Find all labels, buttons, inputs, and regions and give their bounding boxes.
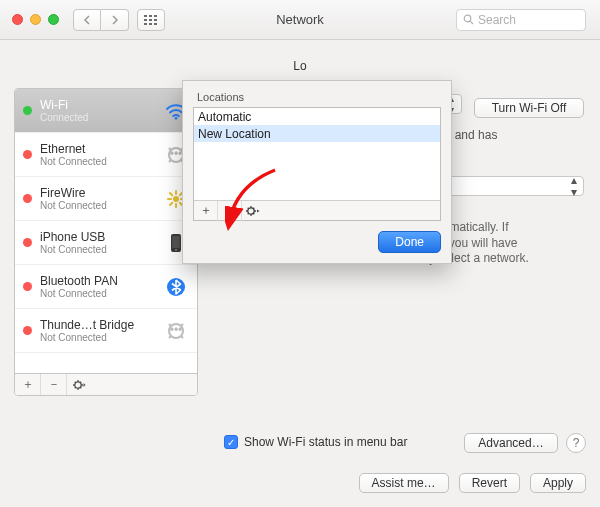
sidebar-footer: ＋ － — [15, 373, 197, 395]
svg-line-52 — [253, 213, 254, 214]
remove-service-button[interactable]: － — [41, 374, 67, 396]
locations-sheet: Locations AutomaticNew Location ＋ － Done — [182, 80, 452, 264]
search-placeholder: Search — [478, 13, 516, 27]
title-bar: Network Search — [0, 0, 600, 40]
add-service-button[interactable]: ＋ — [15, 374, 41, 396]
svg-rect-5 — [154, 19, 157, 21]
turn-wifi-off-button[interactable]: Turn Wi-Fi Off — [474, 98, 584, 118]
svg-point-18 — [173, 196, 179, 202]
svg-rect-1 — [149, 15, 152, 17]
svg-point-29 — [175, 249, 177, 251]
service-status: Not Connected — [40, 244, 155, 255]
svg-line-54 — [248, 213, 249, 214]
window-controls — [0, 14, 59, 25]
add-location-button[interactable]: ＋ — [194, 201, 218, 221]
back-button[interactable] — [73, 9, 101, 31]
search-icon — [463, 14, 474, 25]
service-status: Not Connected — [40, 200, 155, 211]
preference-pane: Lo ▴▾ Wi-FiConnectedEthernetNot Connecte… — [0, 40, 600, 507]
assist-button[interactable]: Assist me… — [359, 473, 449, 493]
svg-rect-2 — [154, 15, 157, 17]
svg-rect-6 — [144, 23, 147, 25]
help-button[interactable]: ? — [566, 433, 586, 453]
revert-button[interactable]: Revert — [459, 473, 520, 493]
show-status-checkbox[interactable]: ✓ — [224, 435, 238, 449]
close-window-button[interactable] — [12, 14, 23, 25]
sidebar-item[interactable]: Bluetooth PANNot Connected — [15, 265, 197, 309]
locations-listbox: AutomaticNew Location ＋ － — [193, 107, 441, 221]
advanced-button[interactable]: Advanced… — [464, 433, 558, 453]
search-field[interactable]: Search — [456, 9, 586, 31]
svg-line-42 — [75, 381, 76, 382]
service-name: iPhone USB — [40, 230, 155, 244]
locations-header: Locations — [193, 89, 441, 105]
service-actions-button[interactable] — [67, 374, 93, 396]
svg-rect-8 — [154, 23, 157, 25]
svg-point-9 — [464, 15, 471, 22]
svg-point-11 — [175, 116, 178, 119]
status-dot — [23, 150, 32, 159]
service-name: Ethernet — [40, 142, 155, 156]
sidebar-item[interactable]: iPhone USBNot Connected — [15, 221, 197, 265]
svg-line-53 — [253, 207, 254, 208]
zoom-window-button[interactable] — [48, 14, 59, 25]
bluetooth-icon — [163, 277, 189, 297]
svg-line-45 — [75, 387, 76, 388]
service-name: Thunde…t Bridge — [40, 318, 155, 332]
service-status: Connected — [40, 112, 155, 123]
nav-group — [73, 9, 129, 31]
location-label: Lo — [293, 59, 306, 73]
done-button[interactable]: Done — [378, 231, 441, 253]
ethernet-icon: ••• — [163, 323, 189, 339]
show-status-row: ✓ Show Wi-Fi status in menu bar — [224, 435, 407, 449]
remove-location-button[interactable]: － — [218, 201, 242, 221]
locations-list[interactable]: AutomaticNew Location — [194, 108, 440, 200]
status-dot — [23, 326, 32, 335]
sidebar-item[interactable]: Thunde…t BridgeNot Connected••• — [15, 309, 197, 353]
sidebar-item[interactable]: Wi-FiConnected — [15, 89, 197, 133]
footer-buttons: Assist me… Revert Apply — [359, 473, 586, 493]
svg-rect-0 — [144, 15, 147, 17]
svg-line-44 — [80, 381, 81, 382]
status-dot — [23, 194, 32, 203]
location-row[interactable]: New Location — [194, 125, 440, 142]
location-row[interactable]: Automatic — [194, 108, 440, 125]
location-actions-button[interactable] — [242, 201, 266, 221]
svg-rect-4 — [149, 19, 152, 21]
svg-line-10 — [470, 21, 473, 24]
svg-text:•••: ••• — [170, 147, 183, 161]
service-status: Not Connected — [40, 156, 155, 167]
svg-text:•••: ••• — [170, 323, 183, 337]
service-status: Not Connected — [40, 332, 155, 343]
svg-line-43 — [80, 387, 81, 388]
forward-button[interactable] — [101, 9, 129, 31]
svg-rect-28 — [172, 236, 180, 248]
status-dot — [23, 106, 32, 115]
status-dot — [23, 238, 32, 247]
service-name: Bluetooth PAN — [40, 274, 155, 288]
show-status-label: Show Wi-Fi status in menu bar — [244, 435, 407, 449]
svg-rect-3 — [144, 19, 147, 21]
svg-rect-7 — [149, 23, 152, 25]
svg-line-23 — [170, 193, 172, 195]
service-name: FireWire — [40, 186, 155, 200]
services-sidebar: Wi-FiConnectedEthernetNot Connected•••Fi… — [14, 88, 198, 396]
service-status: Not Connected — [40, 288, 155, 299]
status-dot — [23, 282, 32, 291]
sidebar-item[interactable]: FireWireNot Connected — [15, 177, 197, 221]
service-name: Wi-Fi — [40, 98, 155, 112]
show-all-button[interactable] — [137, 9, 165, 31]
svg-line-26 — [170, 202, 172, 204]
apply-button[interactable]: Apply — [530, 473, 586, 493]
sidebar-item[interactable]: EthernetNot Connected••• — [15, 133, 197, 177]
svg-line-51 — [248, 207, 249, 208]
minimize-window-button[interactable] — [30, 14, 41, 25]
